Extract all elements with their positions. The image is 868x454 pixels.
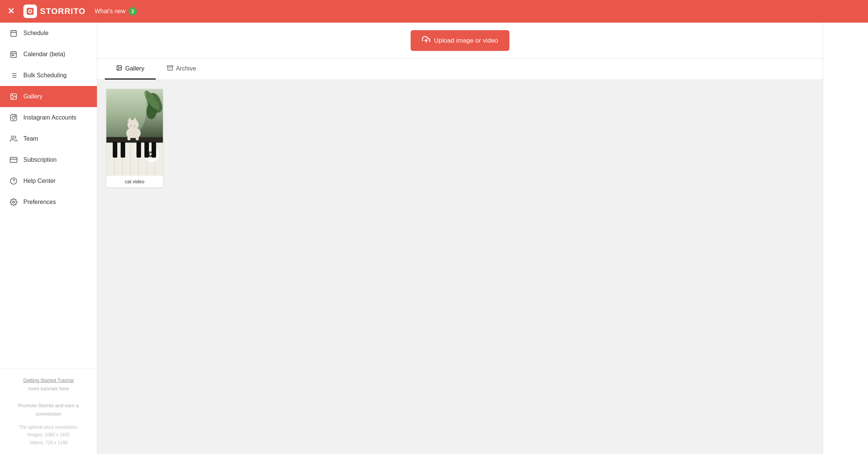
tabs-bar: Gallery Archive: [97, 59, 823, 80]
tab-archive[interactable]: Archive: [156, 59, 207, 80]
sidebar-item-calendar-beta[interactable]: Calendar (beta): [0, 44, 97, 65]
main-layout: Schedule Calendar (beta) Bulk Sched: [0, 23, 868, 454]
users-icon: [9, 135, 18, 143]
whatsnew-label: What's new: [95, 8, 126, 15]
help-icon: [9, 177, 18, 185]
media-card-thumbnail: [106, 89, 163, 176]
svg-point-24: [11, 136, 14, 139]
resolution-info: The optimal story resolutions: Images: 1…: [9, 423, 88, 446]
sidebar-item-help-label: Help Center: [23, 178, 55, 184]
image-icon: [9, 93, 18, 100]
more-tutorials-text: more tutorials here: [28, 386, 69, 391]
svg-point-20: [12, 95, 13, 96]
sidebar-item-bulk-scheduling-label: Bulk Scheduling: [23, 72, 67, 79]
gallery-tab-icon: [116, 65, 122, 72]
svg-point-29: [13, 201, 15, 203]
sidebar-item-instagram-label: Instagram Accounts: [23, 114, 77, 121]
getting-started-link[interactable]: Getting Started Tutorial: [23, 377, 74, 383]
whatsnew-badge: 2: [129, 7, 137, 15]
logo-icon: [23, 5, 37, 18]
svg-rect-25: [10, 157, 17, 162]
svg-rect-7: [11, 52, 17, 57]
upload-button-label: Upload image or video: [434, 37, 498, 44]
tab-gallery[interactable]: Gallery: [105, 59, 156, 80]
resolution-title: The optimal story resolutions:: [9, 423, 88, 431]
svg-point-11: [12, 55, 13, 56]
upload-button[interactable]: Upload image or video: [411, 30, 509, 51]
sidebar-item-calendar-beta-label: Calendar (beta): [23, 51, 65, 58]
media-card-cat-video[interactable]: cat video: [106, 89, 163, 187]
svg-point-2: [29, 10, 31, 12]
credit-card-icon: [9, 156, 18, 164]
resolution-videos: Videos: 720 x 1280: [9, 439, 88, 446]
gallery-grid: cat video: [97, 80, 823, 454]
upload-icon: [422, 35, 430, 46]
topnav: ✕ STORRITO What's new 2: [0, 0, 868, 23]
sidebar-item-instagram-accounts[interactable]: Instagram Accounts: [0, 107, 97, 128]
svg-rect-33: [167, 66, 173, 67]
close-button[interactable]: ✕: [8, 6, 14, 16]
instagram-icon: [9, 114, 18, 121]
gallery-tab-label: Gallery: [125, 65, 144, 72]
archive-tab-icon: [167, 65, 173, 72]
sidebar-item-bulk-scheduling[interactable]: Bulk Scheduling: [0, 65, 97, 86]
sidebar-item-schedule[interactable]: Schedule: [0, 23, 97, 44]
sidebar-item-team[interactable]: Team: [0, 128, 97, 149]
sidebar-item-preferences-label: Preferences: [23, 199, 56, 206]
logo: STORRITO: [23, 5, 86, 18]
cat-scene: [106, 89, 163, 176]
svg-rect-21: [11, 115, 17, 121]
sidebar-item-schedule-label: Schedule: [23, 30, 49, 37]
svg-point-12: [13, 55, 14, 56]
sidebar-item-subscription-label: Subscription: [23, 156, 57, 163]
sidebar: Schedule Calendar (beta) Bulk Sched: [0, 23, 97, 454]
sidebar-nav: Schedule Calendar (beta) Bulk Sched: [0, 23, 97, 368]
svg-point-23: [15, 116, 16, 117]
sidebar-item-preferences[interactable]: Preferences: [0, 192, 97, 213]
logo-text: STORRITO: [40, 6, 86, 16]
sidebar-item-subscription[interactable]: Subscription: [0, 149, 97, 170]
promote-text: Promote Storrito and earn a commission: [18, 403, 78, 417]
gear-icon: [9, 198, 18, 206]
svg-point-22: [12, 116, 15, 119]
svg-point-32: [118, 67, 119, 67]
upload-banner: Upload image or video: [97, 23, 823, 59]
sidebar-footer: Getting Started Tutorial more tutorials …: [0, 368, 97, 454]
svg-rect-3: [11, 31, 17, 36]
right-panel: [823, 23, 868, 454]
resolution-images: Images: 1080 x 1920: [9, 431, 88, 439]
archive-tab-label: Archive: [176, 65, 196, 72]
list-icon: [9, 72, 18, 79]
sidebar-item-help-center[interactable]: Help Center: [0, 170, 97, 192]
media-card-label: cat video: [106, 176, 163, 187]
calendar-alt-icon: [9, 51, 18, 58]
sidebar-item-team-label: Team: [23, 135, 38, 142]
content-area: Upload image or video Gallery Arch: [97, 23, 823, 454]
sidebar-item-gallery-label: Gallery: [23, 93, 43, 100]
calendar-icon: [9, 29, 18, 37]
sidebar-item-gallery[interactable]: Gallery: [0, 86, 97, 107]
whatsnew-button[interactable]: What's new 2: [95, 7, 137, 15]
